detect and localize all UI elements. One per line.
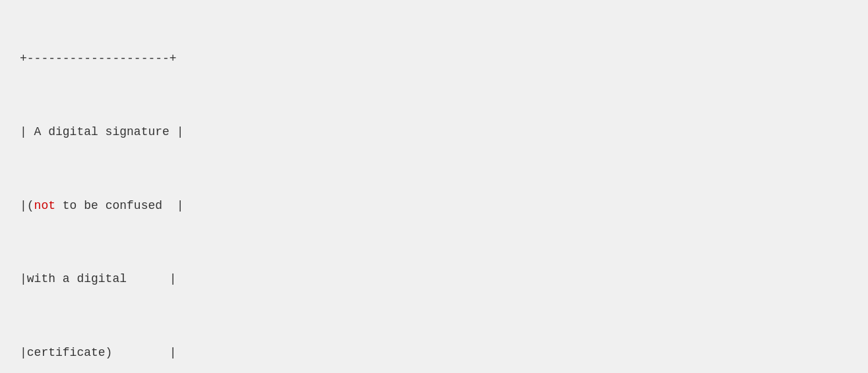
line1: | A digital signature |	[20, 123, 183, 142]
left-text-box: +--------------------+ | A digital signa…	[20, 13, 183, 373]
main-container: +--------------------+ | A digital signa…	[0, 0, 868, 373]
not-text: not	[34, 199, 55, 212]
line4: |certificate) |	[20, 344, 183, 362]
line3: |with a digital |	[20, 270, 183, 289]
line2: |(not to be confused |	[20, 197, 183, 215]
border-top-line: +--------------------+	[20, 50, 183, 69]
